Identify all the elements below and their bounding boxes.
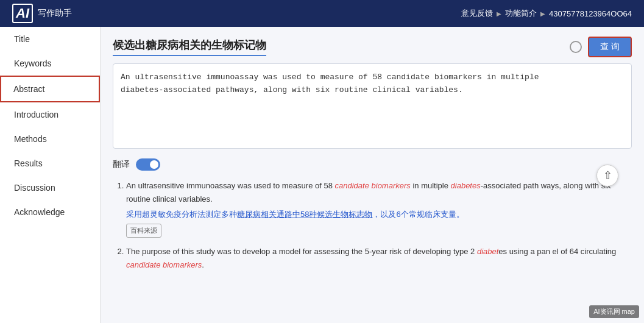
logo-subtitle: 写作助手 bbox=[38, 8, 72, 19]
result-2-en-before: The purpose of this study was to develop… bbox=[126, 247, 477, 256]
result-1-en-before: An ultrasensitive immunoassay was used t… bbox=[126, 181, 335, 190]
result-2-highlight2: candidate biomarkers bbox=[126, 260, 202, 269]
nav-feedback[interactable]: 意见反馈 bbox=[461, 8, 493, 19]
nav-features[interactable]: 功能简介 bbox=[505, 8, 537, 19]
logo-ai-text: AI bbox=[12, 4, 33, 23]
translate-row: 翻译 bbox=[113, 158, 632, 171]
paper-title: 候选出糖尿病相关的生物标记物 bbox=[113, 38, 266, 56]
sidebar-item-abstract[interactable]: Abstract bbox=[0, 76, 100, 102]
result-item-2: The purpose of this study was to develop… bbox=[126, 245, 632, 272]
info-icon bbox=[570, 41, 582, 53]
result-2-en-after: . bbox=[202, 260, 204, 269]
translate-label: 翻译 bbox=[113, 159, 130, 170]
nav-sep1: ▶ bbox=[497, 10, 501, 17]
result-1-source-tag[interactable]: 百科来源 bbox=[126, 221, 632, 238]
nav-sep2: ▶ bbox=[540, 10, 545, 17]
result-1-cn-underline1: 糖尿病相关通路中58种候选生物标志物 bbox=[237, 210, 372, 219]
result-1-highlight2: diabetes bbox=[451, 181, 481, 190]
sidebar-item-discussion[interactable]: Discussion bbox=[0, 176, 100, 200]
result-1-en-mid: in multiple bbox=[411, 181, 451, 190]
sidebar: Title Keywords Abstract Introduction Met… bbox=[0, 27, 101, 323]
title-row: 候选出糖尿病相关的生物标记物 查 询 bbox=[113, 37, 632, 57]
results-list: An ultrasensitive immunoassay was used t… bbox=[113, 179, 632, 272]
result-item-1: An ultrasensitive immunoassay was used t… bbox=[126, 179, 632, 238]
content-area: 候选出糖尿病相关的生物标记物 查 询 An ultrasensitive imm… bbox=[101, 27, 644, 323]
result-1-cn-underline2: 候选生物标志物 bbox=[317, 210, 372, 219]
sidebar-item-title[interactable]: Title bbox=[0, 27, 100, 51]
scroll-up-button[interactable]: ⇧ bbox=[596, 165, 618, 186]
logo: AI 写作助手 bbox=[12, 4, 72, 23]
header: AI 写作助手 意见反馈 ▶ 功能简介 ▶ 43075778123964OO64 bbox=[0, 0, 644, 27]
translate-toggle[interactable] bbox=[136, 158, 160, 171]
watermark: AI资讯网 map bbox=[589, 305, 639, 318]
sidebar-item-introduction[interactable]: Introduction bbox=[0, 102, 100, 127]
result-1-highlight1: candidate biomarkers bbox=[335, 181, 411, 190]
sidebar-item-methods[interactable]: Methods bbox=[0, 127, 100, 151]
nav-id: 43075778123964OO64 bbox=[549, 9, 632, 18]
result-2-highlight1: diabet bbox=[477, 247, 498, 256]
header-nav: 意见反馈 ▶ 功能简介 ▶ 43075778123964OO64 bbox=[461, 8, 632, 19]
query-button[interactable]: 查 询 bbox=[588, 37, 632, 57]
result-1-cn: 采用超灵敏免疫分析法测定多种糖尿病相关通路中58种候选生物标志物，以及6个常规临… bbox=[126, 208, 632, 221]
sidebar-item-keywords[interactable]: Keywords bbox=[0, 51, 100, 76]
result-2-en-mid: es using a pan el of 64 circulating bbox=[498, 247, 616, 256]
abstract-textarea[interactable]: An ultrasensitive immunoassay was used t… bbox=[113, 63, 632, 149]
sidebar-item-acknowledge[interactable]: Acknowledge bbox=[0, 200, 100, 224]
sidebar-item-results[interactable]: Results bbox=[0, 151, 100, 176]
main-layout: Title Keywords Abstract Introduction Met… bbox=[0, 27, 644, 323]
